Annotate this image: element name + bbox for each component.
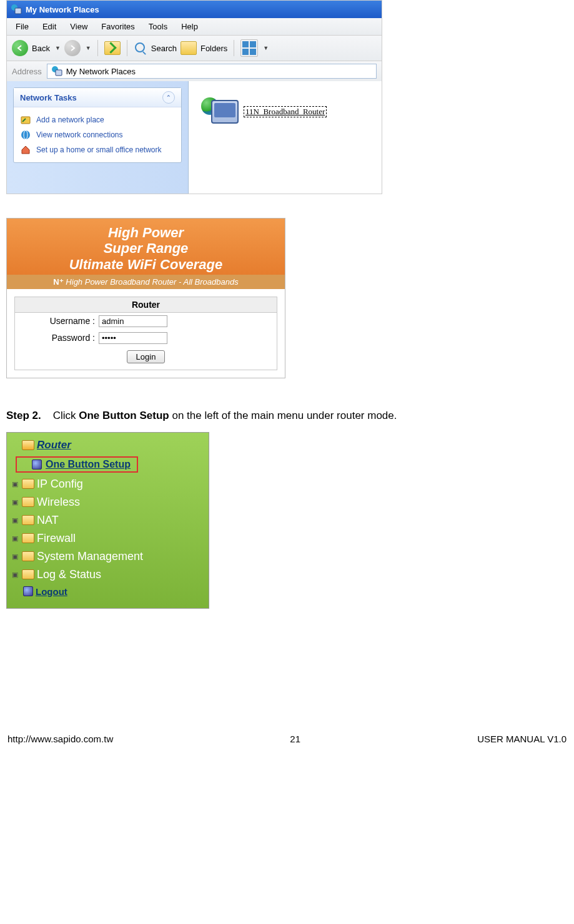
menu-nat[interactable]: ▣ NAT — [9, 511, 206, 529]
toolbar: Back ▼ ▼ Search Folders — [7, 36, 382, 61]
bullet-icon — [32, 460, 42, 469]
separator — [127, 40, 127, 56]
banner-line: Ultimate WiFi Coverage — [16, 257, 276, 272]
search-label: Search — [151, 44, 177, 53]
upnp-device-icon[interactable] — [201, 94, 239, 126]
menu-ip-config[interactable]: ▣ IP Config — [9, 475, 206, 493]
banner-line: High Power — [16, 225, 276, 240]
username-label: Username : — [20, 316, 99, 326]
menu-help[interactable]: Help — [181, 22, 198, 31]
menu-label: System Management — [37, 550, 143, 563]
login-button[interactable]: Login — [127, 350, 166, 363]
footer-manual-version: USER MANUAL V1.0 — [477, 734, 567, 744]
expand-icon[interactable]: ▣ — [11, 498, 19, 506]
menu-label: Logout — [36, 586, 67, 597]
content-area: 11N_Broadband_Router — [189, 81, 382, 194]
password-input[interactable] — [99, 332, 167, 344]
svg-rect-1 — [15, 8, 21, 14]
subbanner-text: High Power Broadband Router - All Broadb… — [66, 277, 238, 287]
login-subbanner: N⁺ High Power Broadband Router - All Bro… — [7, 275, 285, 289]
step-keyword: One Button Setup — [79, 410, 169, 421]
back-button[interactable]: Back ▼ — [12, 40, 61, 56]
up-folder-icon[interactable] — [104, 41, 121, 55]
password-label: Password : — [20, 333, 99, 343]
menu-firewall[interactable]: ▣ Firewall — [9, 529, 206, 548]
svg-rect-3 — [56, 70, 62, 76]
views-button[interactable]: ▼ — [240, 39, 269, 57]
expand-icon[interactable]: ▣ — [11, 571, 19, 579]
router-login-panel: High Power Super Range Ultimate WiFi Cov… — [6, 218, 285, 378]
menu-one-button-setup[interactable]: One Button Setup — [9, 454, 206, 475]
folder-icon — [22, 515, 34, 525]
forward-button[interactable]: ▼ — [64, 40, 91, 56]
username-input[interactable] — [99, 315, 167, 327]
back-label: Back — [32, 44, 50, 53]
folder-icon — [22, 569, 34, 579]
netplaces-icon — [11, 4, 22, 15]
menu-label: NAT — [37, 514, 59, 527]
address-value: My Network Places — [66, 67, 136, 76]
login-title: Router — [15, 297, 277, 313]
expand-icon[interactable]: ▣ — [11, 534, 19, 543]
router-side-menu: Router One Button Setup ▣ IP Config ▣ Wi… — [6, 432, 209, 609]
folder-add-icon — [20, 114, 31, 125]
step-number: Step 2. — [6, 410, 41, 421]
step-text: Click — [53, 410, 79, 421]
menu-label: Log & Status — [37, 568, 101, 581]
bullet-icon — [23, 586, 33, 596]
menu-log-status[interactable]: ▣ Log & Status — [9, 566, 206, 584]
separator — [234, 40, 234, 56]
explorer-window: My Network Places File Edit View Favorit… — [6, 0, 382, 194]
search-button[interactable]: Search — [134, 41, 177, 55]
task-view-connections[interactable]: View network connections — [20, 127, 175, 142]
menu-label: Wireless — [37, 496, 80, 509]
task-add-network-place[interactable]: Add a network place — [20, 112, 175, 127]
expand-icon[interactable]: ▣ — [11, 553, 19, 561]
login-banner: High Power Super Range Ultimate WiFi Cov… — [7, 219, 285, 275]
menu-view[interactable]: View — [70, 22, 87, 31]
banner-line: Super Range — [16, 240, 276, 256]
menu-label: One Button Setup — [46, 459, 131, 470]
svg-rect-4 — [21, 117, 30, 124]
page-footer: http://www.sapido.com.tw 21 USER MANUAL … — [6, 734, 568, 744]
menu-edit[interactable]: Edit — [42, 22, 56, 31]
task-setup-home-network[interactable]: Set up a home or small office network — [20, 142, 175, 157]
expand-icon[interactable]: ▣ — [11, 480, 19, 488]
menu-tools[interactable]: Tools — [149, 22, 167, 31]
tasks-header: Network Tasks ⌃ — [14, 88, 181, 107]
window-titlebar: My Network Places — [7, 1, 382, 18]
netplaces-icon — [51, 66, 62, 77]
back-arrow-icon — [12, 40, 28, 56]
search-icon — [134, 41, 147, 55]
address-bar: Address My Network Places — [7, 61, 382, 81]
menu-wireless[interactable]: ▣ Wireless — [9, 493, 206, 511]
folder-icon — [22, 497, 34, 507]
chevron-down-icon: ▼ — [55, 45, 61, 51]
views-icon — [240, 39, 258, 57]
menu-router-root[interactable]: Router — [9, 436, 206, 454]
folders-button[interactable]: Folders — [181, 41, 227, 55]
menu-label: Router — [37, 439, 71, 451]
folder-icon — [22, 479, 34, 489]
forward-arrow-icon — [64, 40, 81, 56]
home-network-icon — [20, 144, 31, 155]
collapse-button[interactable]: ⌃ — [162, 91, 175, 104]
window-title: My Network Places — [26, 5, 99, 14]
menu-label: IP Config — [37, 478, 83, 491]
tasks-panel: Network Tasks ⌃ Add a network place — [7, 81, 189, 194]
expand-icon[interactable]: ▣ — [11, 516, 19, 524]
folders-label: Folders — [200, 44, 227, 53]
address-field[interactable]: My Network Places — [47, 64, 377, 79]
menu-file[interactable]: File — [16, 22, 29, 31]
folder-open-icon — [22, 440, 34, 450]
step-instruction: Step 2. Click One Button Setup on the le… — [6, 410, 568, 422]
menu-logout[interactable]: Logout — [9, 584, 206, 599]
folder-icon — [181, 41, 197, 55]
menu-favorites[interactable]: Favorites — [101, 22, 134, 31]
menu-system-management[interactable]: ▣ System Management — [9, 548, 206, 566]
upnp-device-label[interactable]: 11N_Broadband_Router — [244, 106, 327, 117]
menubar: File Edit View Favorites Tools Help — [7, 18, 382, 36]
separator — [97, 40, 98, 56]
tasks-title: Network Tasks — [20, 93, 77, 102]
step-text: on the left of the main menu under route… — [169, 410, 397, 421]
